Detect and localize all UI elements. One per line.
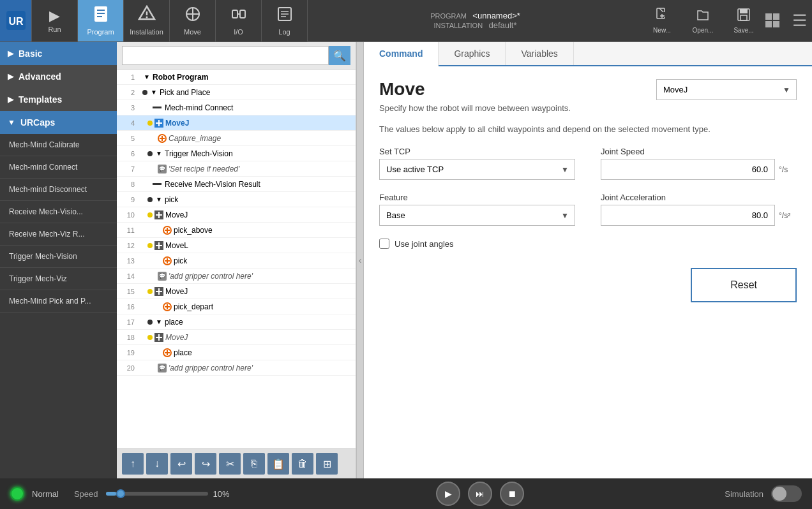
tree-row[interactable]: 17 ▼ place — [117, 314, 356, 330]
advanced-label: Advanced — [19, 71, 61, 82]
installation-name: default* — [488, 20, 516, 30]
urcaps-item-calibrate[interactable]: Mech-Mind Calibrate — [0, 134, 117, 156]
advanced-arrow: ▶ — [8, 72, 13, 81]
movej-type-dropdown[interactable]: MoveJ ▼ — [656, 79, 797, 100]
comment-icon: 💬 — [158, 165, 167, 173]
tree-row[interactable]: 15 MoveJ — [117, 284, 356, 299]
program-name: <unnamed>* — [472, 11, 520, 20]
tree-row-movej-selected[interactable]: 4 MoveJ — [117, 115, 356, 131]
set-tcp-select[interactable]: Use active TCP — [379, 159, 575, 180]
collapse-icon[interactable]: ▼ — [154, 195, 163, 204]
tree-row[interactable]: 2 ▼ Pick and Place — [117, 85, 356, 100]
tree-row[interactable]: 13 pick — [117, 253, 356, 269]
sidebar-urcaps[interactable]: ▼ URCaps — [0, 111, 117, 134]
urcaps-item-receive-viz[interactable]: Receive Mech-Viz R... — [0, 223, 117, 246]
dot-icon — [147, 335, 153, 340]
expand-btn[interactable]: ⊞ — [316, 453, 338, 475]
sidebar-basic[interactable]: ▶ Basic — [0, 42, 117, 65]
tree-row[interactable]: 9 ▼ pick — [117, 192, 356, 207]
simulation-toggle[interactable] — [771, 485, 802, 502]
reset-button[interactable]: Reset — [691, 268, 797, 302]
movej-italic-icon — [154, 333, 163, 342]
tree-search-button[interactable]: 🔍 — [329, 46, 350, 65]
use-joint-angles-checkbox[interactable] — [379, 239, 389, 249]
copy-btn[interactable]: ⎘ — [243, 453, 265, 475]
tree-row[interactable]: 20 💬 'add gripper control here' — [117, 360, 356, 376]
move-icon — [154, 210, 163, 219]
collapse-icon[interactable]: ▼ — [154, 318, 163, 327]
undo-btn[interactable]: ↩ — [170, 453, 192, 475]
tree-row[interactable]: 1 ▼ Robot Program — [117, 70, 356, 85]
collapse-icon[interactable]: ▼ — [154, 149, 163, 158]
urcaps-item-disconnect[interactable]: Mech-mind Disconnect — [0, 179, 117, 201]
redo-btn[interactable]: ↪ — [195, 453, 216, 475]
dot-icon — [147, 197, 153, 202]
joint-speed-input[interactable] — [601, 159, 775, 180]
set-tcp-group: Set TCP Use active TCP ▼ — [379, 147, 575, 180]
urcaps-item-receive-vision[interactable]: Receive Mech-Visio... — [0, 201, 117, 223]
tree-row[interactable]: 11 pick_above — [117, 223, 356, 238]
cut-btn[interactable]: ✂ — [219, 453, 241, 475]
collapse-icon[interactable]: ▼ — [149, 88, 158, 97]
feature-select[interactable]: Base — [379, 205, 575, 226]
move-down-btn[interactable]: ↓ — [146, 453, 168, 475]
tree-row[interactable]: 16 pick_depart — [117, 299, 356, 314]
hamburger-menu[interactable]: ☰ — [792, 11, 807, 31]
tree-row[interactable]: 7 💬 'Set recipe if needed' — [117, 161, 356, 177]
joint-speed-label: Joint Speed — [601, 147, 797, 156]
log-btn[interactable]: Log — [262, 0, 308, 41]
tree-row[interactable]: 18 MoveJ — [117, 330, 356, 345]
tree-row[interactable]: 10 MoveJ — [117, 207, 356, 223]
status-led — [10, 487, 24, 501]
urcaps-item-connect[interactable]: Mech-mind Connect — [0, 156, 117, 179]
installation-label: Installation — [130, 28, 163, 36]
tree-row[interactable]: 19 place — [117, 345, 356, 360]
dot-icon — [147, 121, 153, 126]
collapse-handle[interactable]: ‹ — [356, 42, 364, 478]
io-btn[interactable]: I/O — [216, 0, 262, 41]
tree-search-input[interactable] — [122, 46, 329, 65]
move-up-btn[interactable]: ↑ — [122, 453, 144, 475]
tree-row[interactable]: 14 💬 'add gripper control here' — [117, 269, 356, 284]
installation-btn[interactable]: Installation — [124, 0, 170, 41]
tree-row[interactable]: 5 Capture_image — [117, 131, 356, 146]
log-label: Log — [278, 28, 290, 36]
collapse-icon[interactable]: ▼ — [142, 73, 151, 82]
tab-variables[interactable]: Variables — [506, 42, 573, 65]
waypoint-icon — [163, 348, 172, 357]
play-button[interactable]: ▶ — [436, 482, 460, 506]
sidebar-advanced[interactable]: ▶ Advanced — [0, 65, 117, 88]
new-btn[interactable]: New... — [643, 1, 681, 40]
open-icon — [695, 7, 710, 26]
delete-btn[interactable]: 🗑 — [292, 453, 313, 475]
tree-row[interactable]: 6 ▼ Trigger Mech-Vision — [117, 146, 356, 161]
paste-btn[interactable]: 📋 — [267, 453, 289, 475]
move-btn[interactable]: Move — [170, 0, 216, 41]
program-btn[interactable]: Program — [78, 0, 124, 41]
run-btn[interactable]: ▶ Run — [32, 0, 78, 41]
save-btn[interactable]: Save... — [725, 1, 763, 40]
urcaps-item-trigger-vision[interactable]: Trigger Mech-Vision — [0, 246, 117, 268]
open-btn[interactable]: Open... — [684, 1, 722, 40]
sidebar-templates[interactable]: ▶ Templates — [0, 88, 117, 111]
feature-label: Feature — [379, 193, 575, 202]
joint-accel-input[interactable] — [601, 205, 775, 226]
move-desc: Specify how the robot will move between … — [379, 103, 571, 113]
set-tcp-dropdown[interactable]: Use active TCP ▼ — [379, 159, 575, 180]
tree-row[interactable]: 3 Mech-mind Connect — [117, 100, 356, 115]
tree-row[interactable]: 8 Receive Mech-Vision Result — [117, 177, 356, 192]
grid-indicator — [765, 13, 782, 27]
step-button[interactable]: ⏭ — [468, 482, 492, 506]
tab-command[interactable]: Command — [364, 42, 439, 66]
use-joint-angles-label[interactable]: Use joint angles — [395, 239, 454, 249]
speed-slider-thumb[interactable] — [116, 489, 125, 498]
stop-button[interactable]: ⏹ — [500, 482, 524, 506]
urcaps-item-trigger-viz[interactable]: Trigger Mech-Viz — [0, 268, 117, 290]
tree-row[interactable]: 12 MoveL — [117, 238, 356, 253]
urcaps-item-pick-place[interactable]: Mech-Mind Pick and P... — [0, 290, 117, 313]
movej-select[interactable]: MoveJ — [656, 79, 797, 100]
feature-dropdown[interactable]: Base ▼ — [379, 205, 575, 226]
new-icon — [654, 7, 670, 26]
ur-logo[interactable]: UR — [0, 0, 32, 41]
tab-graphics[interactable]: Graphics — [439, 42, 506, 65]
